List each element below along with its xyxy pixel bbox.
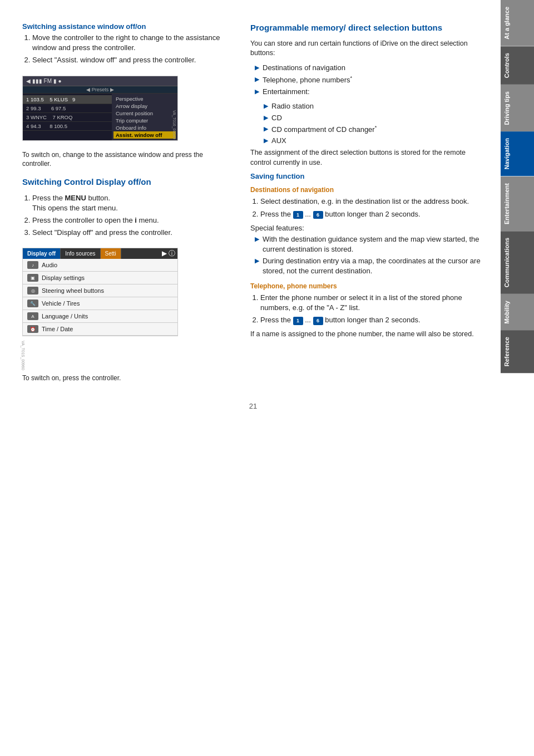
- screen1-right: Perspective Arrow display Current positi…: [112, 94, 177, 140]
- telephone-note: If a name is assigned to the phone numbe…: [250, 330, 484, 340]
- menu-item-display: ▣ Display settings: [23, 272, 177, 284]
- left-column: Switching assistance window off/on Move …: [22, 22, 234, 391]
- screen1-row: 1 103.5 5 KLUS 9: [23, 95, 112, 104]
- screen1-topbar: ◀ ▮▮▮ FM ▮ ●: [23, 76, 177, 86]
- step-item: Press the MENU button.This opens the sta…: [32, 193, 234, 213]
- watermark2: VA_T01S_00960: [21, 341, 25, 370]
- main-title: Programmable memory/ direct selection bu…: [250, 22, 484, 33]
- key-1: 1: [293, 211, 303, 219]
- step-item: Select "Assist. window off" and press th…: [32, 55, 234, 65]
- tab-display-off: Display off: [23, 248, 61, 259]
- menu-item: Current position: [113, 110, 176, 117]
- arrow-icon: ▶: [255, 75, 259, 84]
- menu-item: Arrow display: [113, 102, 176, 110]
- sidebar: At a glance Controls Driving tips Naviga…: [501, 0, 534, 756]
- arrow-icon: ▶: [255, 87, 259, 96]
- arrow-icon: ▶: [264, 102, 268, 110]
- step-item: Enter the phone number or select it in a…: [260, 293, 484, 313]
- menu-item-time: ⏰ Time / Date: [23, 323, 177, 336]
- tab-icons: ▶ ⓘ: [160, 248, 177, 259]
- step-item: Select "Display off" and press the contr…: [32, 228, 234, 238]
- menu-item: Trip computer: [113, 117, 176, 124]
- screen2: Display off Info sources Setti ▶ ⓘ ♪ Aud…: [22, 248, 178, 336]
- screen1-presets: ◀ Presets ▶: [23, 86, 177, 94]
- screen2-wrapper: Display off Info sources Setti ▶ ⓘ ♪ Aud…: [22, 242, 178, 371]
- key-1b: 1: [293, 317, 303, 325]
- watermark: VA_T016_00549: [172, 110, 176, 139]
- sidebar-tab-communications[interactable]: Communications: [501, 231, 534, 294]
- right-column: Programmable memory/ direct selection bu…: [250, 22, 484, 391]
- sub-bullet-cd-changer: ▶ CD compartment of CD changer*: [264, 124, 484, 135]
- sidebar-tab-reference[interactable]: Reference: [501, 330, 534, 373]
- arrow-icon: ▶: [255, 235, 259, 243]
- screen2-tabs: Display off Info sources Setti ▶ ⓘ: [23, 248, 177, 259]
- steering-icon: ◎: [27, 287, 38, 294]
- switching-assistance-title: Switching assistance window off/on: [22, 22, 234, 31]
- menu-item-audio: ♪ Audio: [23, 259, 177, 272]
- destinations-nav-subtitle: Destinations of navigation: [250, 186, 484, 194]
- switching-assistance-steps: Move the controller to the right to chan…: [32, 33, 234, 66]
- arrow-icon: ▶: [255, 63, 259, 72]
- key-6: 6: [313, 211, 323, 219]
- special-features-bullets: ▶ With the destination guidance system a…: [255, 234, 484, 277]
- menu-item-steering: ◎ Steering wheel buttons: [23, 284, 177, 297]
- page-number: 21: [22, 402, 484, 416]
- step-item: Select destination, e.g. in the destinat…: [260, 197, 484, 207]
- screen1-row: 4 94.3 8 100.5: [23, 122, 112, 131]
- main-content: Switching assistance window off/on Move …: [0, 0, 501, 756]
- tab-info-sources: Info sources: [61, 248, 100, 259]
- switching-control-steps: Press the MENU button.This opens the sta…: [32, 193, 234, 238]
- assignment-note: The assignment of the direct selection b…: [250, 148, 484, 168]
- sidebar-tab-at-a-glance[interactable]: At a glance: [501, 0, 534, 46]
- bullet-telephone: ▶ Telephone, phone numbers*: [255, 75, 484, 86]
- screen1-wrapper: ◀ ▮▮▮ FM ▮ ● ◀ Presets ▶ 1 103.5 5 KLUS …: [22, 70, 178, 146]
- feature-bullets: ▶ Destinations of navigation ▶ Telephone…: [255, 63, 484, 97]
- vehicle-icon: 🔧: [27, 300, 38, 307]
- menu-item-highlighted: Assist. window off: [113, 131, 176, 139]
- sub-bullet-radio: ▶ Radio station: [264, 101, 484, 111]
- step-item: Press the controller to open the i menu.: [32, 215, 234, 225]
- display-icon: ▣: [27, 274, 38, 282]
- key-6b: 6: [313, 317, 323, 325]
- sub-bullet-aux: ▶ AUX: [264, 136, 484, 146]
- time-icon: ⏰: [27, 325, 38, 333]
- screen1-row: 2 99.3 6 97.5: [23, 104, 112, 113]
- telephone-steps: Enter the phone number or select it in a…: [260, 293, 484, 326]
- menu-item: Onboard info: [113, 124, 176, 131]
- arrow-icon: ▶: [264, 136, 268, 145]
- switching-control-title: Switching Control Display off/on: [22, 176, 234, 188]
- sidebar-tab-controls[interactable]: Controls: [501, 46, 534, 85]
- destinations-nav-steps: Select destination, e.g. in the destinat…: [260, 197, 484, 219]
- step-item: Press the 1 ... 6 button longer than 2 s…: [260, 315, 484, 325]
- sidebar-tab-driving-tips[interactable]: Driving tips: [501, 85, 534, 132]
- audio-icon: ♪: [27, 261, 38, 269]
- step-item: Press the 1 ... 6 button longer than 2 s…: [260, 209, 484, 219]
- tab-settings: Setti: [101, 248, 121, 259]
- screen1-row: 3 WNYC 7 KROQ: [23, 113, 112, 122]
- sidebar-tab-mobility[interactable]: Mobility: [501, 294, 534, 331]
- bullet-entertainment: ▶ Entertainment:: [255, 87, 484, 97]
- language-icon: A: [27, 312, 38, 320]
- step-item: Move the controller to the right to chan…: [32, 33, 234, 53]
- screen1: ◀ ▮▮▮ FM ▮ ● ◀ Presets ▶ 1 103.5 5 KLUS …: [22, 76, 178, 141]
- screen1-body: 1 103.5 5 KLUS 9 2 99.3 6 97.5 3 WNYC 7 …: [23, 94, 177, 140]
- sub-bullet-cd: ▶ CD: [264, 113, 484, 123]
- menu-item-language: A Language / Units: [23, 310, 177, 323]
- menu-item: Perspective: [113, 95, 176, 102]
- menu-item-vehicle: 🔧 Vehicle / Tires: [23, 297, 177, 310]
- sidebar-tab-entertainment[interactable]: Entertainment: [501, 176, 534, 231]
- special-features-label: Special features:: [250, 224, 484, 232]
- special-feature-1: ▶ With the destination guidance system a…: [255, 234, 484, 254]
- arrow-icon: ▶: [264, 114, 268, 122]
- saving-function-title: Saving function: [250, 172, 484, 180]
- screen1-caption: To switch on, change to the assistance w…: [22, 150, 234, 169]
- arrow-icon: ▶: [264, 125, 268, 133]
- entertainment-sub-bullets: ▶ Radio station ▶ CD ▶ CD compartment of…: [264, 101, 484, 146]
- screen2-caption: To switch on, press the controller.: [22, 374, 234, 383]
- special-feature-2: ▶ During destination entry via a map, th…: [255, 256, 484, 276]
- intro-text: You can store and run certain functions …: [250, 39, 484, 58]
- arrow-icon: ▶: [255, 257, 259, 265]
- bullet-destinations: ▶ Destinations of navigation: [255, 63, 484, 73]
- sidebar-tab-navigation[interactable]: Navigation: [501, 131, 534, 176]
- telephone-subtitle: Telephone, phone numbers: [250, 282, 484, 290]
